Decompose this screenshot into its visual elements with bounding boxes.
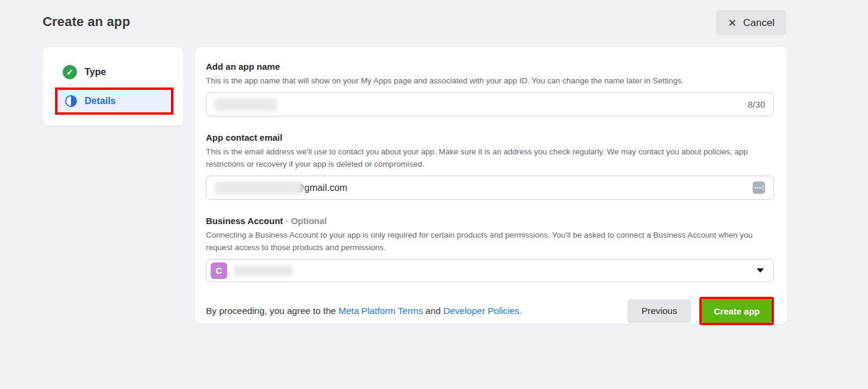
business-account-field-group: Business Account · Optional Connecting a… [206, 216, 775, 282]
char-counter: 8/30 [748, 99, 765, 109]
app-name-label: Add an app name [206, 61, 775, 72]
autofill-dots: ••• [754, 185, 761, 191]
email-visible-value: @gmail.com [295, 183, 347, 193]
terms-text: By proceeding, you agree to the Meta Pla… [206, 306, 522, 316]
business-account-label: Business Account · Optional [206, 216, 775, 226]
create-app-page: Create an app ✕ Cancel ✓ Type Details Ad… [0, 0, 868, 389]
stepper-step-details[interactable]: Details [57, 90, 171, 112]
app-name-description: This is the app name that will show on y… [206, 74, 762, 87]
details-form-card: Add an app name This is the app name tha… [195, 47, 787, 324]
app-name-field-group: Add an app name This is the app name tha… [206, 61, 775, 116]
business-account-description: Connecting a Business Account to your ap… [206, 229, 762, 254]
contact-email-input[interactable]: @gmail.com ••• [206, 176, 774, 200]
half-circle-progress-icon [65, 95, 77, 107]
chevron-down-icon [757, 268, 764, 273]
step-type-label: Type [85, 67, 106, 77]
check-glyph: ✓ [66, 67, 73, 77]
app-name-redacted-value [215, 98, 277, 111]
business-account-label-text: Business Account [206, 216, 283, 226]
step-details-label: Details [85, 96, 115, 106]
optional-label: · Optional [283, 216, 327, 226]
email-redacted-value [215, 181, 302, 194]
form-footer: By proceeding, you agree to the Meta Pla… [206, 297, 774, 325]
password-manager-autofill-icon[interactable]: ••• [753, 181, 765, 194]
terms-middle: and [423, 306, 443, 316]
business-account-avatar: C [211, 262, 227, 279]
previous-button[interactable]: Previous [627, 299, 691, 323]
contact-email-label: App contact email [206, 132, 775, 143]
stepper-step-type[interactable]: ✓ Type [63, 65, 106, 79]
contact-email-description: This is the email address we'll use to c… [206, 145, 762, 170]
stepper-card: ✓ Type Details [43, 47, 183, 126]
contact-email-field-group: App contact email This is the email addr… [206, 132, 775, 200]
business-account-select[interactable]: C [206, 259, 774, 282]
cancel-button[interactable]: ✕ Cancel [716, 10, 786, 35]
cancel-button-label: Cancel [743, 17, 775, 29]
check-circle-icon: ✓ [63, 65, 77, 79]
terms-prefix: By proceeding, you agree to the [206, 306, 338, 316]
create-app-button[interactable]: Create app [702, 299, 772, 323]
business-account-redacted-name [234, 265, 293, 276]
close-icon: ✕ [728, 18, 737, 28]
app-name-input[interactable]: 8/30 [206, 92, 774, 116]
developer-policies-link[interactable]: Developer Policies. [443, 306, 522, 316]
create-app-annotation-box: Create app [699, 297, 774, 325]
page-title: Create an app [43, 14, 130, 30]
details-step-annotation-box: Details [55, 87, 173, 115]
meta-platform-terms-link[interactable]: Meta Platform Terms [338, 306, 423, 316]
